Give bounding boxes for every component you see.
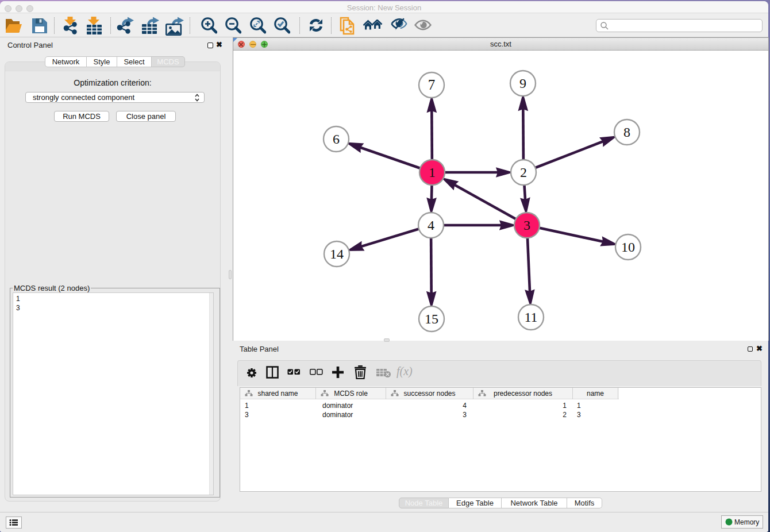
svg-text:3: 3 (523, 218, 530, 233)
svg-text:8: 8 (623, 125, 630, 140)
svg-text:14: 14 (330, 246, 344, 261)
svg-text:11: 11 (524, 310, 537, 325)
svg-text:4: 4 (428, 218, 434, 233)
svg-text:1: 1 (429, 165, 436, 180)
svg-text:10: 10 (621, 240, 635, 255)
svg-text:9: 9 (519, 76, 526, 91)
svg-text:2: 2 (520, 165, 527, 180)
svg-text:7: 7 (428, 77, 436, 92)
svg-text:6: 6 (333, 132, 340, 147)
svg-text:15: 15 (425, 311, 438, 326)
